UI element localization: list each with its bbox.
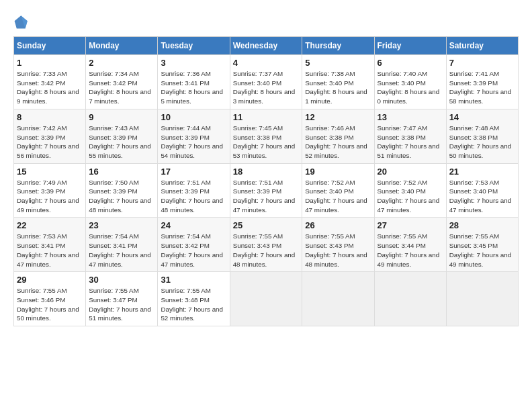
day-number: 19 [305,167,371,177]
day-number: 7 [449,58,515,68]
day-number: 4 [233,58,300,68]
day-cell: 15 Sunrise: 7:49 AMSunset: 3:39 PMDaylig… [14,163,86,218]
day-cell: 9 Sunrise: 7:43 AMSunset: 3:39 PMDayligh… [86,109,158,163]
calendar-body: 1 Sunrise: 7:33 AMSunset: 3:42 PMDayligh… [14,55,519,326]
day-detail: Sunrise: 7:52 AMSunset: 3:40 PMDaylight:… [305,179,367,214]
day-cell: 4 Sunrise: 7:37 AMSunset: 3:40 PMDayligh… [230,55,302,109]
day-number: 9 [89,112,154,122]
day-detail: Sunrise: 7:37 AMSunset: 3:40 PMDaylight:… [233,70,296,105]
day-cell: 23 Sunrise: 7:54 AMSunset: 3:41 PMDaylig… [86,218,158,272]
logo-icon [13,13,30,30]
day-cell: 2 Sunrise: 7:34 AMSunset: 3:42 PMDayligh… [86,55,158,109]
day-detail: Sunrise: 7:44 AMSunset: 3:39 PMDaylight:… [161,124,223,159]
day-detail: Sunrise: 7:51 AMSunset: 3:39 PMDaylight:… [161,179,223,214]
day-detail: Sunrise: 7:47 AMSunset: 3:38 PMDaylight:… [378,124,440,159]
day-cell [374,272,446,326]
day-number: 23 [89,220,154,230]
day-detail: Sunrise: 7:45 AMSunset: 3:38 PMDaylight:… [233,124,296,159]
day-cell: 3 Sunrise: 7:36 AMSunset: 3:41 PMDayligh… [158,55,230,109]
day-cell: 1 Sunrise: 7:33 AMSunset: 3:42 PMDayligh… [14,55,86,109]
day-detail: Sunrise: 7:51 AMSunset: 3:39 PMDaylight:… [233,179,296,214]
day-detail: Sunrise: 7:34 AMSunset: 3:42 PMDaylight:… [89,70,151,105]
day-number: 21 [449,167,515,177]
day-detail: Sunrise: 7:54 AMSunset: 3:42 PMDaylight:… [161,232,223,267]
day-detail: Sunrise: 7:38 AMSunset: 3:40 PMDaylight:… [305,70,367,105]
day-number: 18 [233,167,300,177]
column-header-tuesday: Tuesday [158,37,230,55]
day-detail: Sunrise: 7:46 AMSunset: 3:38 PMDaylight:… [305,124,367,159]
day-detail: Sunrise: 7:55 AMSunset: 3:46 PMDaylight:… [17,287,79,322]
day-cell: 10 Sunrise: 7:44 AMSunset: 3:39 PMDaylig… [158,109,230,163]
day-cell: 30 Sunrise: 7:55 AMSunset: 3:47 PMDaylig… [86,272,158,326]
day-cell: 14 Sunrise: 7:48 AMSunset: 3:38 PMDaylig… [446,109,518,163]
calendar-header: SundayMondayTuesdayWednesdayThursdayFrid… [14,37,519,55]
day-cell: 12 Sunrise: 7:46 AMSunset: 3:38 PMDaylig… [302,109,374,163]
day-number: 26 [305,220,371,230]
logo [13,13,32,30]
header [13,13,519,30]
day-detail: Sunrise: 7:55 AMSunset: 3:43 PMDaylight:… [305,232,367,267]
week-row: 29 Sunrise: 7:55 AMSunset: 3:46 PMDaylig… [14,272,519,326]
day-cell [446,272,518,326]
day-cell: 31 Sunrise: 7:55 AMSunset: 3:48 PMDaylig… [158,272,230,326]
day-detail: Sunrise: 7:53 AMSunset: 3:40 PMDaylight:… [449,179,512,214]
day-detail: Sunrise: 7:55 AMSunset: 3:47 PMDaylight:… [89,287,151,322]
day-detail: Sunrise: 7:55 AMSunset: 3:43 PMDaylight:… [233,232,296,267]
day-cell: 16 Sunrise: 7:50 AMSunset: 3:39 PMDaylig… [86,163,158,218]
day-number: 12 [305,112,371,122]
day-cell: 19 Sunrise: 7:52 AMSunset: 3:40 PMDaylig… [302,163,374,218]
day-cell [230,272,302,326]
column-header-thursday: Thursday [302,37,374,55]
day-number: 15 [17,167,83,177]
day-cell: 21 Sunrise: 7:53 AMSunset: 3:40 PMDaylig… [446,163,518,218]
day-detail: Sunrise: 7:54 AMSunset: 3:41 PMDaylight:… [89,232,151,267]
day-number: 25 [233,220,300,230]
day-cell: 11 Sunrise: 7:45 AMSunset: 3:38 PMDaylig… [230,109,302,163]
day-number: 11 [233,112,300,122]
day-detail: Sunrise: 7:55 AMSunset: 3:48 PMDaylight:… [161,287,223,322]
day-number: 6 [378,58,443,68]
day-detail: Sunrise: 7:41 AMSunset: 3:39 PMDaylight:… [449,70,512,105]
day-cell: 27 Sunrise: 7:55 AMSunset: 3:44 PMDaylig… [374,218,446,272]
day-number: 30 [89,275,154,285]
day-detail: Sunrise: 7:36 AMSunset: 3:41 PMDaylight:… [161,70,223,105]
day-number: 14 [449,112,515,122]
column-header-monday: Monday [86,37,158,55]
column-header-friday: Friday [374,37,446,55]
day-cell: 13 Sunrise: 7:47 AMSunset: 3:38 PMDaylig… [374,109,446,163]
day-cell: 28 Sunrise: 7:55 AMSunset: 3:45 PMDaylig… [446,218,518,272]
column-header-sunday: Sunday [14,37,86,55]
day-number: 28 [449,220,515,230]
header-row: SundayMondayTuesdayWednesdayThursdayFrid… [14,37,519,55]
day-detail: Sunrise: 7:50 AMSunset: 3:39 PMDaylight:… [89,179,151,214]
week-row: 15 Sunrise: 7:49 AMSunset: 3:39 PMDaylig… [14,163,519,218]
day-detail: Sunrise: 7:48 AMSunset: 3:38 PMDaylight:… [449,124,512,159]
day-detail: Sunrise: 7:43 AMSunset: 3:39 PMDaylight:… [89,124,151,159]
day-number: 27 [378,220,443,230]
week-row: 22 Sunrise: 7:53 AMSunset: 3:41 PMDaylig… [14,218,519,272]
day-cell: 18 Sunrise: 7:51 AMSunset: 3:39 PMDaylig… [230,163,302,218]
day-number: 17 [161,167,226,177]
day-number: 3 [161,58,226,68]
day-number: 22 [17,220,83,230]
day-number: 24 [161,220,226,230]
day-cell: 6 Sunrise: 7:40 AMSunset: 3:40 PMDayligh… [374,55,446,109]
day-cell: 8 Sunrise: 7:42 AMSunset: 3:39 PMDayligh… [14,109,86,163]
day-cell: 29 Sunrise: 7:55 AMSunset: 3:46 PMDaylig… [14,272,86,326]
day-detail: Sunrise: 7:49 AMSunset: 3:39 PMDaylight:… [17,179,79,214]
column-header-wednesday: Wednesday [230,37,302,55]
day-detail: Sunrise: 7:53 AMSunset: 3:41 PMDaylight:… [17,232,79,267]
day-number: 16 [89,167,154,177]
day-number: 31 [161,275,226,285]
day-number: 13 [378,112,443,122]
day-cell [302,272,374,326]
week-row: 1 Sunrise: 7:33 AMSunset: 3:42 PMDayligh… [14,55,519,109]
day-number: 8 [17,112,83,122]
day-number: 5 [305,58,371,68]
day-detail: Sunrise: 7:42 AMSunset: 3:39 PMDaylight:… [17,124,79,159]
day-cell: 24 Sunrise: 7:54 AMSunset: 3:42 PMDaylig… [158,218,230,272]
day-cell: 20 Sunrise: 7:52 AMSunset: 3:40 PMDaylig… [374,163,446,218]
day-cell: 5 Sunrise: 7:38 AMSunset: 3:40 PMDayligh… [302,55,374,109]
day-number: 20 [378,167,443,177]
day-detail: Sunrise: 7:55 AMSunset: 3:45 PMDaylight:… [449,232,512,267]
